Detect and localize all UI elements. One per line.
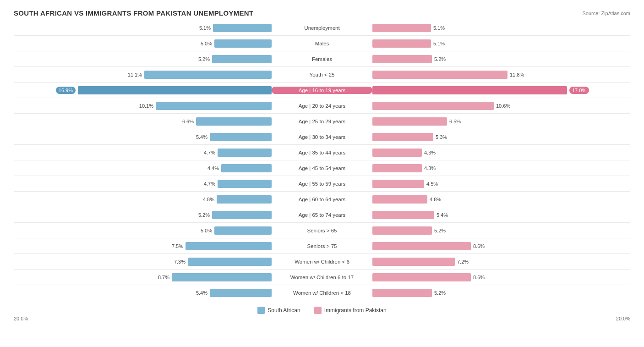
blue-bar bbox=[214, 39, 272, 48]
blue-bar bbox=[218, 149, 272, 157]
row-label: Age | 45 to 54 years bbox=[272, 165, 372, 171]
chart-row-women_children_lt18: 5.4% Women w/ Children < 18 5.2% bbox=[14, 286, 630, 300]
right-value: 5.1% bbox=[433, 25, 448, 31]
row-label: Women w/ Children < 18 bbox=[272, 290, 372, 296]
pink-bar bbox=[372, 242, 471, 250]
left-section: 6.6% bbox=[14, 115, 272, 128]
legend-item-blue: South African bbox=[257, 307, 300, 314]
chart-row-age25to29: 6.6% Age | 25 to 29 years 6.5% bbox=[14, 114, 630, 129]
row-label: Women w/ Children < 6 bbox=[272, 259, 372, 264]
left-value: 4.7% bbox=[201, 181, 215, 187]
chart-row-age20to24: 10.1% Age | 20 to 24 years 10.6% bbox=[14, 99, 630, 114]
left-section: 4.7% bbox=[14, 146, 272, 159]
blue-bar bbox=[213, 24, 272, 32]
pink-bar bbox=[372, 226, 432, 235]
left-value: 7.5% bbox=[169, 243, 183, 249]
left-section: 7.3% bbox=[14, 255, 272, 268]
right-bar-container: 8.6% bbox=[372, 271, 630, 284]
right-section: 8.6% bbox=[372, 271, 630, 284]
left-section: 5.2% bbox=[14, 209, 272, 221]
pink-bar bbox=[372, 195, 427, 204]
right-value: 8.6% bbox=[473, 275, 488, 280]
right-section: 5.1% bbox=[372, 22, 630, 34]
left-bar-container: 5.0% bbox=[14, 224, 272, 237]
blue-bar bbox=[214, 226, 272, 235]
row-label: Age | 16 to 19 years bbox=[272, 87, 372, 94]
chart-row-age45to54: 4.4% Age | 45 to 54 years 4.3% bbox=[14, 161, 630, 176]
right-value: 5.2% bbox=[434, 228, 449, 233]
blue-bar bbox=[172, 273, 272, 281]
right-section: 4.8% bbox=[372, 193, 630, 206]
left-value: 6.6% bbox=[179, 119, 194, 124]
left-value: 7.3% bbox=[171, 259, 186, 264]
left-section: 4.8% bbox=[14, 193, 272, 206]
left-section: 4.4% bbox=[14, 162, 272, 175]
left-bar-container: 11.1% bbox=[14, 68, 272, 81]
blue-bar bbox=[156, 102, 272, 110]
left-value: 5.2% bbox=[195, 56, 210, 62]
left-value: 5.0% bbox=[197, 41, 212, 46]
left-value: 5.0% bbox=[197, 228, 212, 233]
left-section: 5.0% bbox=[14, 37, 272, 50]
blue-bar bbox=[210, 133, 272, 141]
right-section: 5.2% bbox=[372, 224, 630, 237]
right-section: 17.0% bbox=[372, 84, 630, 97]
right-bar-container: 11.8% bbox=[372, 68, 630, 81]
left-bar-container: 4.7% bbox=[14, 177, 272, 190]
left-value: 16.9% bbox=[56, 87, 76, 94]
left-bar-container: 4.8% bbox=[14, 193, 272, 206]
blue-bar bbox=[221, 164, 272, 172]
left-value: 8.7% bbox=[155, 275, 169, 280]
chart-row-age35to44: 4.7% Age | 35 to 44 years 4.3% bbox=[14, 145, 630, 160]
right-value: 4.8% bbox=[430, 197, 444, 202]
pink-bar bbox=[372, 24, 431, 32]
right-value: 4.3% bbox=[424, 150, 439, 155]
right-section: 5.3% bbox=[372, 131, 630, 143]
right-section: 5.1% bbox=[372, 37, 630, 50]
left-value: 5.4% bbox=[193, 134, 207, 140]
blue-bar bbox=[217, 195, 272, 204]
left-value: 5.1% bbox=[196, 25, 211, 31]
right-bar-container: 5.1% bbox=[372, 22, 630, 34]
right-bar-container: 6.5% bbox=[372, 115, 630, 128]
pink-bar bbox=[372, 180, 424, 188]
left-value: 10.1% bbox=[139, 103, 153, 109]
left-bar-container: 8.7% bbox=[14, 271, 272, 284]
chart-row-unemployment: 5.1% Unemployment 5.1% bbox=[14, 21, 630, 36]
left-bar-container: 7.3% bbox=[14, 255, 272, 268]
legend-color-pink bbox=[314, 307, 322, 314]
left-bar-container: 4.4% bbox=[14, 162, 272, 175]
left-section: 16.9% bbox=[14, 84, 272, 97]
left-section: 5.2% bbox=[14, 53, 272, 66]
right-section: 5.2% bbox=[372, 286, 630, 299]
right-value: 5.1% bbox=[433, 41, 448, 46]
pink-bar bbox=[372, 258, 455, 266]
pink-bar bbox=[372, 102, 494, 110]
legend-color-blue bbox=[257, 307, 265, 314]
blue-bar bbox=[218, 180, 272, 188]
right-value: 4.3% bbox=[424, 165, 439, 171]
row-label: Females bbox=[272, 56, 372, 62]
row-label: Seniors > 65 bbox=[272, 228, 372, 233]
blue-bar bbox=[186, 242, 272, 250]
right-section: 10.6% bbox=[372, 99, 630, 112]
legend-item-pink: Immigrants from Pakistan bbox=[314, 307, 387, 314]
right-section: 4.3% bbox=[372, 146, 630, 159]
right-value: 7.2% bbox=[457, 259, 472, 264]
blue-bar bbox=[212, 55, 272, 63]
row-label: Age | 55 to 59 years bbox=[272, 181, 372, 187]
left-bar-container: 5.2% bbox=[14, 209, 272, 221]
right-section: 8.6% bbox=[372, 240, 630, 253]
row-label: Unemployment bbox=[272, 25, 372, 31]
left-section: 11.1% bbox=[14, 68, 272, 81]
right-value: 5.4% bbox=[437, 212, 451, 218]
right-value: 11.8% bbox=[510, 72, 524, 77]
row-label: Age | 30 to 34 years bbox=[272, 134, 372, 140]
pink-bar bbox=[372, 211, 434, 219]
right-value: 5.3% bbox=[436, 134, 450, 140]
pink-bar bbox=[372, 289, 432, 297]
right-section: 5.2% bbox=[372, 53, 630, 66]
blue-bar bbox=[144, 71, 272, 79]
left-bar-container: 10.1% bbox=[14, 99, 272, 112]
right-value: 17.0% bbox=[569, 87, 589, 94]
